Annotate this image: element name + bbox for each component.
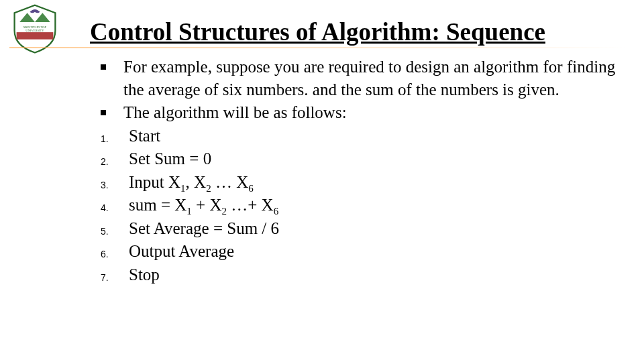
list-item: 5. Set Average = Sum / 6 — [101, 217, 617, 240]
slide-title: Control Structures of Algorithm: Sequenc… — [90, 17, 545, 46]
bullet-item: The algorithm will be as follows: — [101, 101, 617, 124]
list-item: 6. Output Average — [101, 240, 617, 263]
list-item: 1. Start — [101, 125, 617, 147]
list-item: 4. sum = X1 + X2 …+ X6 — [101, 194, 617, 217]
slide: MOUNTAIN TOP UNIVERSITY Control Structur… — [0, 0, 644, 362]
step-text: Set Sum = 0 — [123, 147, 617, 170]
step-text: Output Average — [123, 240, 617, 263]
bullet-item: For example, suppose you are required to… — [101, 56, 617, 101]
svg-text:MOUNTAIN TOP: MOUNTAIN TOP — [23, 25, 46, 29]
step-number: 4. — [101, 194, 123, 215]
title-text-bold: Sequence — [446, 18, 545, 46]
slide-body: For example, suppose you are required to… — [101, 55, 617, 286]
step-text: Stop — [123, 263, 617, 286]
bullet-text: The algorithm will be as follows: — [123, 101, 617, 124]
crest-icon: MOUNTAIN TOP UNIVERSITY — [9, 3, 60, 54]
step-number: 3. — [101, 171, 123, 192]
step-text: sum = X1 + X2 …+ X6 — [123, 194, 617, 217]
square-bullet-icon — [101, 56, 123, 70]
step-text: Input X1, X2 … X6 — [123, 171, 617, 194]
university-logo: MOUNTAIN TOP UNIVERSITY — [9, 3, 60, 54]
step-number: 2. — [101, 147, 123, 168]
step-text: Set Average = Sum / 6 — [123, 217, 617, 240]
list-item: 3. Input X1, X2 … X6 — [101, 171, 617, 194]
step-number: 1. — [101, 125, 123, 145]
square-bullet-icon — [101, 101, 123, 115]
title-underline-accent — [9, 47, 627, 48]
bullet-text: For example, suppose you are required to… — [123, 56, 617, 101]
step-number: 7. — [101, 263, 123, 284]
list-item: 2. Set Sum = 0 — [101, 147, 617, 170]
list-item: 7. Stop — [101, 263, 617, 286]
title-text-plain: Control Structures of Algorithm: — [90, 18, 446, 46]
step-number: 6. — [101, 240, 123, 261]
svg-rect-0 — [17, 32, 54, 40]
step-number: 5. — [101, 217, 123, 238]
svg-text:UNIVERSITY: UNIVERSITY — [25, 29, 44, 32]
step-text: Start — [123, 125, 617, 147]
